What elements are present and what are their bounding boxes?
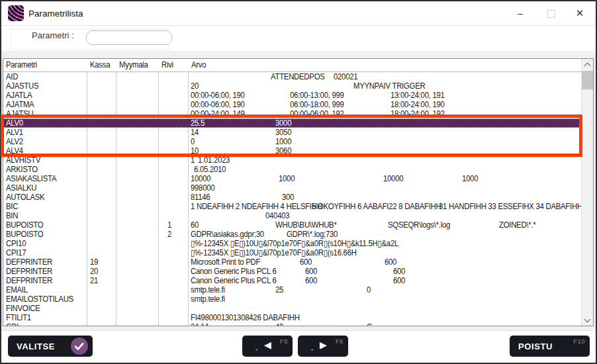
table-row-selected[interactable]: ALV025.53000 <box>3 118 580 128</box>
cell-arvo: 1 <box>191 156 195 165</box>
cell-parametri: ALVHISTV <box>6 156 40 165</box>
cell-arvo: Canon Generic Plus PCL 6 <box>191 267 277 276</box>
cell-arvo: 300 <box>282 193 294 202</box>
table-row[interactable]: EMAILsmtp.tele.fi250 <box>3 285 580 295</box>
scroll-down-button[interactable] <box>582 314 593 326</box>
table-row[interactable]: AIDATTENDEDPOS020021 <box>3 72 580 81</box>
cell-arvo: 600 <box>393 276 405 285</box>
parameter-table[interactable]: ParametriKassaMyymalaRiviArvo AIDATTENDE… <box>3 58 594 326</box>
cell-arvo: 10 <box>191 146 199 156</box>
column-header-kassa: Kassa <box>90 60 110 69</box>
valitse-label: VALITSE <box>17 336 55 357</box>
table-row[interactable]: CPI10▯%-12345X ▯E▯)10U▯&l70p1e70F▯&a0R▯(… <box>3 239 580 248</box>
table-row[interactable]: DEFPRINTER21Canon Generic Plus PCL 66006… <box>3 276 580 285</box>
table-row[interactable]: BIN040403 <box>3 211 580 220</box>
table-row[interactable]: ARKISTO6.05.2010 <box>3 165 580 174</box>
cell-parametri: ARKISTO <box>6 165 38 174</box>
cell-parametri: ALV2 <box>6 137 23 146</box>
cell-parametri: BIC <box>6 202 18 211</box>
poistu-label: POISTU <box>518 336 553 357</box>
cell-rivi: 2 <box>167 230 171 239</box>
cell-arvo: 00:00-24:00, 149 <box>191 109 245 118</box>
maximize-button[interactable] <box>537 1 564 25</box>
cell-parametri: AJATLA <box>6 91 32 100</box>
table-row[interactable]: AJATMA00:00-06:00, 19006:00-18:00, 99918… <box>3 100 580 109</box>
arrow-right-icon: ▶ <box>320 340 327 350</box>
table-row[interactable]: FINVOICE <box>3 304 580 313</box>
previous-button[interactable]: - ◀ F5 <box>242 336 293 357</box>
cell-arvo: 31 HANDFIHH 33 ESSEFIHX 34 DABAFIHH <box>439 202 582 211</box>
cell-kassa: 21 <box>90 276 98 285</box>
column-header-rivi: Rivi <box>161 60 173 69</box>
cell-parametri: BUPOISTO <box>6 230 43 239</box>
cell-arvo: 0 <box>191 137 195 146</box>
table-row[interactable]: BIC1 NDEAFIHH 2 NDEAFIHH 4 HELSFIHH5 OKO… <box>3 202 580 211</box>
cell-arvo: 18:00-24:00, 190 <box>390 100 445 109</box>
scroll-up-button[interactable] <box>582 59 593 70</box>
cell-arvo: 06:00-18:00, 999 <box>290 100 344 109</box>
cell-kassa: 20 <box>90 267 98 276</box>
cell-parametri: ALV1 <box>6 128 23 137</box>
valitse-button[interactable]: VALITSE <box>8 336 93 357</box>
cell-parametri: DEFPRINTER <box>6 276 52 285</box>
close-button[interactable]: ✕ <box>567 1 593 25</box>
cell-parametri: CPI17 <box>6 248 26 257</box>
cell-arvo: ▯%-12345X ▯E▯)10U▯&l70p1e70F▯&a0R▯(s10H▯… <box>191 239 398 248</box>
cell-parametri: AJATMA <box>6 100 34 109</box>
table-row[interactable]: ALV4103060 <box>3 146 580 156</box>
cell-arvo: 00:00-06:00, 190 <box>191 91 245 100</box>
poistu-fkey-label: F10 <box>573 338 585 345</box>
table-row[interactable]: ALV201000 <box>3 137 580 146</box>
cell-arvo: 998000 <box>191 183 214 193</box>
cell-parametri: ALV4 <box>6 146 23 156</box>
table-row[interactable]: AJATLA00:00-06:00, 19006:00-13:00, 99913… <box>3 91 580 100</box>
cell-parametri: AJATSU <box>6 109 33 118</box>
cell-arvo: 5 OKOYFIHH 6 AABAFI22 8 DABAFIHH <box>312 202 441 211</box>
cell-arvo: ATTENDEDPOS <box>271 72 325 81</box>
table-row[interactable]: AUTOLASK81146300 <box>3 193 580 202</box>
cell-arvo: FI4980001301308426 DABAFIHH <box>191 313 300 322</box>
table-row[interactable]: AJATSU00:00-24:00, 14900:00-06:00, 19218… <box>3 109 580 118</box>
next-button[interactable]: - ▶ F6 <box>298 336 348 357</box>
cell-parametri: DEFPRINTER <box>6 257 52 267</box>
cell-arvo: 40 <box>275 322 283 326</box>
table-row[interactable]: ASIAKASLISTA100001000100001000 <box>3 174 580 183</box>
next-fkey-label: F6 <box>336 338 344 345</box>
arrow-left-icon: ◀ <box>264 340 271 350</box>
table-row[interactable]: GBL24.1440C <box>3 322 580 326</box>
table-row[interactable]: ASIALKU998000 <box>3 183 580 193</box>
table-row[interactable]: BUPOISTO160WHUB\BU\WHUB*SQSEQR\logs\*.lo… <box>3 220 580 230</box>
parameter-input[interactable] <box>86 30 172 45</box>
cell-arvo: 24.14 <box>191 322 208 326</box>
table-row[interactable]: EMAILOSTOTILAUSsmtp.tele.fi <box>3 295 580 304</box>
cell-arvo: 13:00-24:00, 191 <box>390 91 445 100</box>
cell-arvo: 600 <box>393 267 405 276</box>
action-bar: VALITSE - ◀ F5 - ▶ F6 POISTU F10 <box>1 330 596 363</box>
cell-arvo: MYYNPAIV TRIGGER <box>353 81 425 91</box>
table-row[interactable]: FTILIT1FI4980001301308426 DABAFIHH <box>3 313 580 322</box>
cell-arvo: smtp.tele.fi <box>191 295 225 304</box>
table-row[interactable]: CPI17▯%-12345X ▯E▯)10U▯&l70p1e70F▯&a0R▯(… <box>3 248 580 257</box>
table-row[interactable]: AJASTUS20MYYNPAIV TRIGGER <box>3 81 580 91</box>
minimize-button[interactable]: – <box>507 1 533 25</box>
cell-parametri: DEFPRINTER <box>6 267 52 276</box>
cell-arvo: 600 <box>385 257 396 267</box>
cell-arvo: 10000 <box>191 174 210 183</box>
cell-arvo: 1.01.2023 <box>198 156 230 165</box>
table-row[interactable]: DEFPRINTER20Canon Generic Plus PCL 66006… <box>3 267 580 276</box>
cell-parametri: CPI10 <box>6 239 26 248</box>
scrollbar-thumb[interactable] <box>582 71 593 89</box>
table-row[interactable]: DEFPRINTER19Microsoft Print to PDF600600 <box>3 257 580 267</box>
cell-arvo: 60 <box>191 220 199 230</box>
chevron-down-icon <box>584 316 591 323</box>
cell-arvo: 6.05.2010 <box>194 165 226 174</box>
cell-arvo: 10000 <box>383 174 403 183</box>
table-row[interactable]: ALVHISTV11.01.2023 <box>3 156 580 165</box>
cell-arvo: 020021 <box>334 72 357 81</box>
poistu-button[interactable]: POISTU F10 <box>510 336 590 357</box>
table-row[interactable]: BUPOISTO2GDPR\asiakas.gdpr;30GDPR\*.log;… <box>3 230 580 239</box>
dash-mark: - <box>311 345 313 353</box>
vertical-scrollbar[interactable] <box>581 59 593 326</box>
table-row[interactable]: ALV1143050 <box>3 128 580 137</box>
cell-arvo: 1000 <box>275 137 291 146</box>
